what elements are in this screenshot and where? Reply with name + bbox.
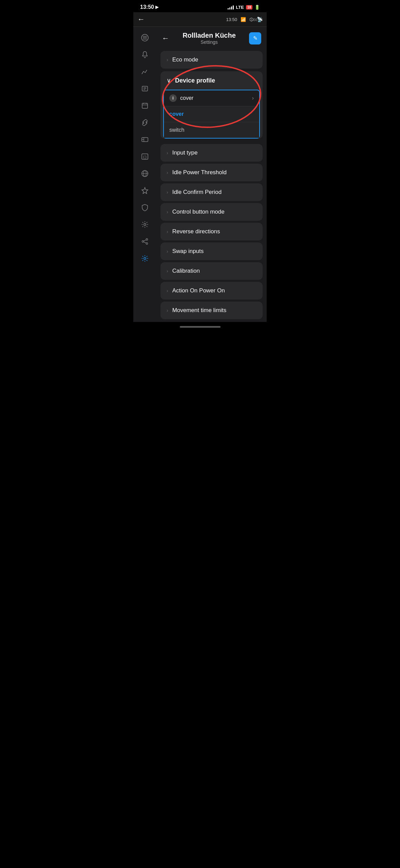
- battery-badge: 18: [246, 5, 252, 10]
- sidebar-item-menu[interactable]: [137, 30, 152, 45]
- idle-power-threshold-item[interactable]: › Idle Power Threshold: [160, 164, 263, 181]
- svg-rect-8: [142, 103, 148, 108]
- device-profile-card: ∨ Device profile i cover › cover switch: [160, 71, 263, 139]
- page-title-wrap: Rollladen Küche Settings: [169, 32, 249, 45]
- reverse-label: Reverse directions: [172, 228, 220, 235]
- input-type-label: Input type: [172, 149, 198, 156]
- idle-power-chevron: ›: [167, 170, 168, 175]
- dropdown-option-cover[interactable]: cover: [164, 106, 259, 122]
- home-bar-area: [133, 322, 267, 332]
- idle-confirm-label: Idle Confirm Period: [172, 189, 222, 196]
- status-right: LTE 18 🔋: [228, 5, 260, 10]
- action-on-power-on-item[interactable]: › Action On Power On: [160, 282, 263, 300]
- dropdown-current[interactable]: i cover ›: [164, 90, 259, 106]
- dropdown-options: cover switch: [164, 106, 259, 138]
- sidebar-item-chart[interactable]: [137, 64, 152, 79]
- calibration-label: Calibration: [172, 268, 200, 274]
- battery-icon: 🔋: [254, 5, 260, 10]
- sidebar-item-gear-active[interactable]: [137, 251, 152, 266]
- idle-confirm-period-item[interactable]: › Idle Confirm Period: [160, 183, 263, 201]
- settings-list: › Eco mode: [156, 48, 267, 71]
- dropdown-option-switch[interactable]: switch: [164, 122, 259, 138]
- home-bar: [180, 326, 221, 328]
- sidebar-item-code[interactable]: {}: [137, 149, 152, 164]
- content-area: ← Rollladen Küche Settings ✎ › Eco mode …: [156, 27, 267, 322]
- signal-bar-1: [228, 8, 229, 10]
- control-btn-chevron: ›: [167, 209, 168, 215]
- signal-bar-4: [233, 5, 234, 10]
- info-icon: i: [169, 94, 177, 102]
- movement-time-limits-item[interactable]: › Movement time limits: [160, 302, 263, 319]
- calibration-item[interactable]: › Calibration: [160, 262, 263, 280]
- svg-line-26: [144, 242, 146, 243]
- sidebar-item-calendar[interactable]: [137, 98, 152, 113]
- version-label: 3.66.13: [250, 18, 263, 22]
- sidebar-item-shield[interactable]: [137, 200, 152, 215]
- dropdown-arrow-icon: ›: [252, 95, 254, 101]
- reverse-directions-item[interactable]: › Reverse directions: [160, 223, 263, 240]
- sidebar-item-settings[interactable]: [137, 217, 152, 232]
- sidebar-item-tv[interactable]: [137, 132, 152, 147]
- device-profile-label: Device profile: [175, 77, 215, 84]
- edit-button[interactable]: ✎: [249, 32, 261, 44]
- svg-point-27: [144, 257, 146, 259]
- movement-time-label: Movement time limits: [172, 307, 227, 314]
- svg-text:{}: {}: [143, 155, 147, 159]
- back-arrow[interactable]: ←: [162, 34, 169, 43]
- lte-label: LTE: [236, 5, 244, 10]
- signal-bar-3: [231, 6, 232, 10]
- svg-line-25: [144, 240, 146, 241]
- swap-chevron: ›: [167, 249, 168, 254]
- svg-point-22: [146, 239, 148, 240]
- wifi-icon: 📶: [241, 17, 246, 22]
- input-type-item[interactable]: › Input type: [160, 144, 263, 162]
- sidebar-item-link[interactable]: [137, 115, 152, 130]
- idle-power-label: Idle Power Threshold: [172, 169, 227, 176]
- control-btn-label: Control button mode: [172, 209, 225, 215]
- signal-bars: [228, 5, 234, 10]
- sidebar-item-globe[interactable]: [137, 166, 152, 181]
- page-header: ← Rollladen Küche Settings ✎: [156, 27, 267, 48]
- page-subtitle: Settings: [169, 39, 249, 45]
- svg-marker-20: [142, 187, 148, 194]
- swap-label: Swap inputs: [172, 248, 204, 255]
- location-icon: ▶: [155, 5, 158, 10]
- svg-point-21: [144, 223, 146, 225]
- main-layout: {}: [133, 27, 267, 322]
- control-button-mode-item[interactable]: › Control button mode: [160, 203, 263, 221]
- dropdown-container: i cover › cover switch: [163, 90, 260, 139]
- idle-confirm-chevron: ›: [167, 189, 168, 195]
- back-button[interactable]: ←: [137, 15, 145, 24]
- eco-mode-label: Eco mode: [172, 56, 198, 63]
- signal-bar-2: [229, 7, 230, 10]
- reverse-chevron: ›: [167, 229, 168, 234]
- eco-mode-chevron: ›: [167, 57, 168, 62]
- status-time: 13:50 ▶: [140, 4, 158, 10]
- page-title: Rollladen Küche: [169, 32, 249, 39]
- header-time: 13:50: [226, 17, 237, 22]
- sidebar: {}: [133, 27, 156, 322]
- sidebar-item-list[interactable]: [137, 81, 152, 96]
- status-bar: 13:50 ▶ LTE 18 🔋: [133, 0, 267, 12]
- device-profile-chevron: ∨: [167, 77, 171, 84]
- sidebar-item-bell[interactable]: [137, 47, 152, 62]
- dropdown-current-value: cover: [180, 95, 249, 101]
- device-profile-section: ∨ Device profile i cover › cover switch: [156, 71, 267, 139]
- action-power-chevron: ›: [167, 288, 168, 293]
- movement-time-chevron: ›: [167, 308, 168, 313]
- svg-point-24: [146, 243, 148, 245]
- input-type-chevron: ›: [167, 150, 168, 156]
- sidebar-item-star[interactable]: [137, 183, 152, 198]
- app-header: ← 13:50 📶 ⬡ 📡: [133, 12, 267, 27]
- settings-list-2: › Input type › Idle Power Threshold › Id…: [156, 141, 267, 322]
- action-power-label: Action On Power On: [172, 287, 225, 294]
- swap-inputs-item[interactable]: › Swap inputs: [160, 242, 263, 260]
- calibration-chevron: ›: [167, 268, 168, 274]
- svg-point-23: [142, 241, 144, 242]
- sidebar-item-share[interactable]: [137, 234, 152, 249]
- device-profile-header[interactable]: ∨ Device profile: [160, 71, 263, 90]
- eco-mode-item[interactable]: › Eco mode: [160, 51, 263, 69]
